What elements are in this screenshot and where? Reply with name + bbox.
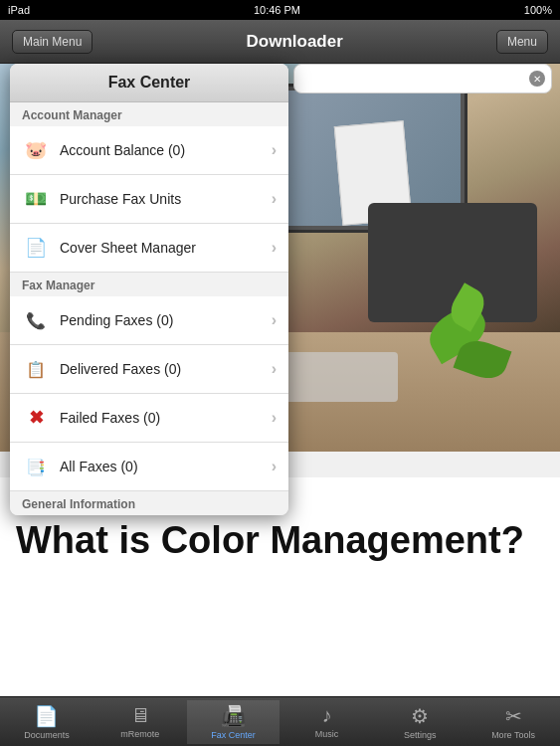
- account-balance-label: Account Balance (0): [60, 142, 272, 158]
- all-faxes-label: All Faxes (0): [60, 459, 272, 474]
- cover-sheet-icon: 📄: [22, 234, 50, 262]
- tab-settings[interactable]: ⚙ Settings: [373, 700, 467, 744]
- purchase-fax-icon: 💵: [22, 185, 50, 213]
- carrier-signal: iPad: [8, 4, 30, 16]
- fax-panel: Fax Center Account Manager 🐷 Account Bal…: [10, 64, 288, 515]
- battery-indicator: 100%: [524, 4, 552, 16]
- delivered-faxes-icon: 📋: [22, 355, 50, 383]
- delivered-faxes-chevron: ›: [272, 360, 277, 378]
- account-balance-chevron: ›: [272, 141, 277, 159]
- purchase-fax-units-item[interactable]: 💵 Purchase Fax Units ›: [10, 175, 288, 224]
- status-bar: iPad 10:46 PM 100%: [0, 0, 560, 20]
- account-balance-icon: 🐷: [22, 136, 50, 164]
- pending-faxes-chevron: ›: [272, 311, 277, 329]
- general-information-header: General Information: [10, 491, 288, 515]
- tab-more-tools[interactable]: ✂ More Tools: [467, 700, 560, 744]
- tab-documents[interactable]: 📄 Documents: [0, 700, 93, 744]
- settings-icon: ⚙: [411, 704, 429, 728]
- account-manager-header: Account Manager: [10, 102, 288, 126]
- time-display: 10:46 PM: [254, 4, 300, 16]
- tab-mremote[interactable]: 🖥 mRemote: [93, 700, 187, 743]
- all-faxes-icon: 📑: [22, 453, 50, 480]
- account-balance-item[interactable]: 🐷 Account Balance (0) ›: [10, 126, 288, 175]
- more-tools-label: More Tools: [491, 730, 535, 740]
- purchase-fax-chevron: ›: [272, 190, 277, 208]
- search-input[interactable]: [302, 72, 543, 87]
- pending-faxes-item[interactable]: 📞 Pending Faxes (0) ›: [10, 296, 288, 345]
- music-icon: ♪: [321, 704, 331, 727]
- article-title: What is Color Management?: [16, 520, 544, 562]
- purchase-fax-label: Purchase Fax Units: [60, 191, 272, 207]
- failed-faxes-item[interactable]: ✖ Failed Faxes (0) ›: [10, 394, 288, 443]
- cover-sheet-label: Cover Sheet Manager: [60, 240, 272, 256]
- mremote-icon: 🖥: [130, 704, 150, 727]
- nav-bar: Main Menu Downloader Menu: [0, 20, 560, 64]
- menu-button[interactable]: Menu: [496, 30, 548, 54]
- failed-faxes-chevron: ›: [272, 409, 277, 427]
- fax-panel-title: Fax Center: [10, 64, 288, 102]
- failed-faxes-icon: ✖: [22, 404, 50, 432]
- search-close-button[interactable]: ✕: [529, 71, 545, 87]
- tab-music[interactable]: ♪ Music: [280, 700, 373, 743]
- documents-label: Documents: [24, 730, 70, 740]
- main-menu-button[interactable]: Main Menu: [12, 30, 93, 54]
- nav-title: Downloader: [247, 32, 343, 52]
- fax-manager-header: Fax Manager: [10, 273, 288, 296]
- documents-icon: 📄: [34, 704, 59, 728]
- more-tools-icon: ✂: [505, 704, 522, 728]
- search-bar: ✕: [293, 64, 552, 93]
- fax-center-icon: 📠: [221, 704, 246, 728]
- tab-fax-center[interactable]: 📠 Fax Center: [187, 700, 280, 744]
- fax-center-label: Fax Center: [211, 730, 256, 740]
- settings-label: Settings: [404, 730, 437, 740]
- all-faxes-item[interactable]: 📑 All Faxes (0) ›: [10, 443, 288, 491]
- delivered-faxes-item[interactable]: 📋 Delivered Faxes (0) ›: [10, 345, 288, 394]
- mremote-label: mRemote: [120, 729, 159, 739]
- all-faxes-chevron: ›: [272, 458, 277, 475]
- tab-bar: 📄 Documents 🖥 mRemote 📠 Fax Center ♪ Mus…: [0, 696, 560, 746]
- failed-faxes-label: Failed Faxes (0): [60, 410, 272, 426]
- pending-faxes-label: Pending Faxes (0): [60, 312, 272, 328]
- cover-sheet-chevron: ›: [272, 239, 277, 257]
- cover-sheet-manager-item[interactable]: 📄 Cover Sheet Manager ›: [10, 224, 288, 273]
- delivered-faxes-label: Delivered Faxes (0): [60, 361, 272, 377]
- pending-faxes-icon: 📞: [22, 306, 50, 334]
- music-label: Music: [315, 729, 339, 739]
